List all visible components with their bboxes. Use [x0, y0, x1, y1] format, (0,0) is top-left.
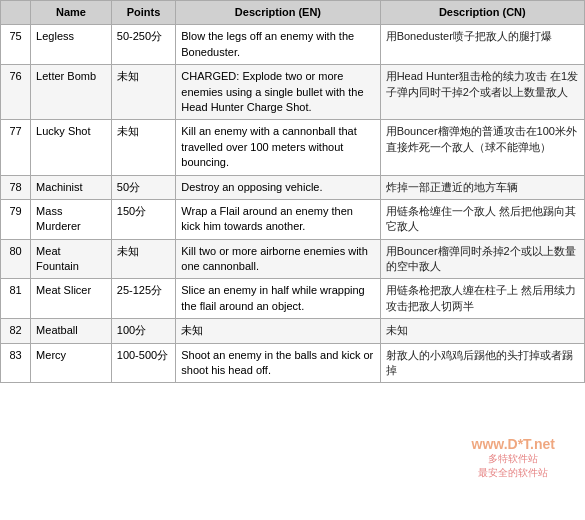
- row-desc-cn: 用链条枪把敌人缠在柱子上 然后用续力攻击把敌人切两半: [380, 279, 584, 319]
- row-desc-cn: 炸掉一部正遭近的地方车辆: [380, 175, 584, 199]
- row-name: Mass Murderer: [31, 199, 112, 239]
- row-num: 77: [1, 120, 31, 175]
- table-row: 80Meat Fountain未知Kill two or more airbor…: [1, 239, 585, 279]
- row-points: 50分: [111, 175, 176, 199]
- row-desc-en: Destroy an opposing vehicle.: [176, 175, 380, 199]
- row-num: 81: [1, 279, 31, 319]
- row-points: 未知: [111, 65, 176, 120]
- row-name: Mercy: [31, 343, 112, 383]
- row-points: 150分: [111, 199, 176, 239]
- row-name: Legless: [31, 25, 112, 65]
- row-desc-en: Kill an enemy with a cannonball that tra…: [176, 120, 380, 175]
- row-num: 75: [1, 25, 31, 65]
- row-num: 76: [1, 65, 31, 120]
- row-desc-cn: 用链条枪缠住一个敌人 然后把他踢向其它敌人: [380, 199, 584, 239]
- row-desc-cn: 未知: [380, 319, 584, 343]
- table-row: 78Machinist50分Destroy an opposing vehicl…: [1, 175, 585, 199]
- row-num: 82: [1, 319, 31, 343]
- row-points: 未知: [111, 120, 176, 175]
- row-points: 未知: [111, 239, 176, 279]
- row-desc-en: Blow the legs off an enemy with the Bone…: [176, 25, 380, 65]
- row-desc-en: Wrap a Flail around an enemy then kick h…: [176, 199, 380, 239]
- row-name: Lucky Shot: [31, 120, 112, 175]
- row-desc-en: CHARGED: Explode two or more enemies usi…: [176, 65, 380, 120]
- row-points: 25-125分: [111, 279, 176, 319]
- row-desc-cn: 用Bouncer榴弹同时杀掉2个或以上数量的空中敌人: [380, 239, 584, 279]
- row-desc-en: Kill two or more airborne enemies with o…: [176, 239, 380, 279]
- row-desc-cn: 用Head Hunter狙击枪的续力攻击 在1发子弹内同时干掉2个或者以上数量敌…: [380, 65, 584, 120]
- column-header-3: Description (EN): [176, 1, 380, 25]
- row-name: Meat Slicer: [31, 279, 112, 319]
- row-num: 79: [1, 199, 31, 239]
- row-points: 50-250分: [111, 25, 176, 65]
- row-points: 100分: [111, 319, 176, 343]
- row-desc-cn: 用Boneduster喷子把敌人的腿打爆: [380, 25, 584, 65]
- row-desc-en: Slice an enemy in half while wrapping th…: [176, 279, 380, 319]
- row-name: Machinist: [31, 175, 112, 199]
- row-desc-en: Shoot an enemy in the balls and kick or …: [176, 343, 380, 383]
- column-header-1: Name: [31, 1, 112, 25]
- column-header-4: Description (CN): [380, 1, 584, 25]
- row-num: 83: [1, 343, 31, 383]
- table-row: 82Meatball100分未知未知: [1, 319, 585, 343]
- table-row: 79Mass Murderer150分Wrap a Flail around a…: [1, 199, 585, 239]
- row-desc-cn: 射敌人的小鸡鸡后踢他的头打掉或者踢掉: [380, 343, 584, 383]
- table-row: 77Lucky Shot未知Kill an enemy with a canno…: [1, 120, 585, 175]
- table-row: 83Mercy100-500分Shoot an enemy in the bal…: [1, 343, 585, 383]
- row-name: Meatball: [31, 319, 112, 343]
- row-name: Meat Fountain: [31, 239, 112, 279]
- column-header-2: Points: [111, 1, 176, 25]
- column-header-0: [1, 1, 31, 25]
- row-desc-en: 未知: [176, 319, 380, 343]
- table-row: 75Legless50-250分Blow the legs off an ene…: [1, 25, 585, 65]
- table-row: 76Letter Bomb未知CHARGED: Explode two or m…: [1, 65, 585, 120]
- row-name: Letter Bomb: [31, 65, 112, 120]
- achievements-table: NamePointsDescription (EN)Description (C…: [0, 0, 585, 383]
- table-row: 81Meat Slicer25-125分Slice an enemy in ha…: [1, 279, 585, 319]
- row-desc-cn: 用Bouncer榴弹炮的普通攻击在100米外直接炸死一个敌人（球不能弹地）: [380, 120, 584, 175]
- row-num: 80: [1, 239, 31, 279]
- row-num: 78: [1, 175, 31, 199]
- row-points: 100-500分: [111, 343, 176, 383]
